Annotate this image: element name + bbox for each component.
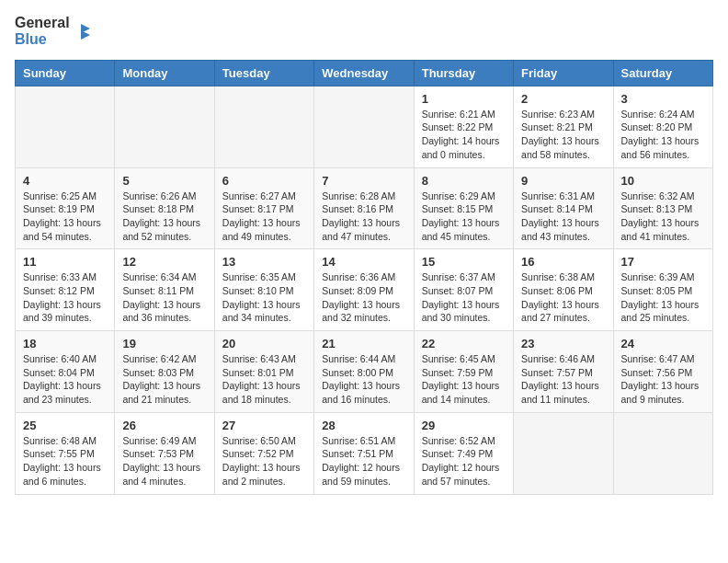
calendar-cell: 1Sunrise: 6:21 AM Sunset: 8:22 PM Daylig… xyxy=(414,86,513,167)
weekday-header: Thursday xyxy=(414,60,513,86)
calendar-week-row: 11Sunrise: 6:33 AM Sunset: 8:12 PM Dayli… xyxy=(16,249,713,331)
calendar-cell: 3Sunrise: 6:24 AM Sunset: 8:20 PM Daylig… xyxy=(613,86,712,167)
day-info: Sunrise: 6:35 AM Sunset: 8:10 PM Dayligh… xyxy=(222,270,306,325)
weekday-header: Sunday xyxy=(16,60,115,86)
calendar-cell: 28Sunrise: 6:51 AM Sunset: 7:51 PM Dayli… xyxy=(314,412,414,494)
day-info: Sunrise: 6:51 AM Sunset: 7:51 PM Dayligh… xyxy=(322,434,405,488)
day-number: 19 xyxy=(122,337,206,350)
day-info: Sunrise: 6:32 AM Sunset: 8:13 PM Dayligh… xyxy=(621,190,705,244)
day-number: 20 xyxy=(222,337,306,350)
day-info: Sunrise: 6:40 AM Sunset: 8:04 PM Dayligh… xyxy=(23,352,107,407)
calendar-cell xyxy=(115,86,214,167)
page-header: GeneralBlue xyxy=(15,15,713,49)
day-info: Sunrise: 6:25 AM Sunset: 8:19 PM Dayligh… xyxy=(23,190,107,244)
weekday-header: Tuesday xyxy=(214,60,313,86)
calendar-cell xyxy=(314,86,414,167)
day-number: 8 xyxy=(422,174,506,188)
day-number: 18 xyxy=(23,337,107,350)
day-number: 12 xyxy=(122,255,206,269)
day-info: Sunrise: 6:27 AM Sunset: 8:17 PM Dayligh… xyxy=(222,190,306,244)
day-number: 24 xyxy=(621,337,705,350)
day-info: Sunrise: 6:42 AM Sunset: 8:03 PM Dayligh… xyxy=(122,352,206,407)
calendar-cell xyxy=(16,86,115,167)
calendar-cell: 9Sunrise: 6:31 AM Sunset: 8:14 PM Daylig… xyxy=(514,167,613,249)
day-info: Sunrise: 6:21 AM Sunset: 8:22 PM Dayligh… xyxy=(422,108,506,162)
day-info: Sunrise: 6:52 AM Sunset: 7:49 PM Dayligh… xyxy=(422,434,506,488)
day-number: 7 xyxy=(322,174,405,188)
day-number: 10 xyxy=(621,174,705,188)
day-info: Sunrise: 6:43 AM Sunset: 8:01 PM Dayligh… xyxy=(222,352,306,407)
day-info: Sunrise: 6:34 AM Sunset: 8:11 PM Dayligh… xyxy=(122,270,206,325)
day-number: 15 xyxy=(422,255,506,269)
day-info: Sunrise: 6:45 AM Sunset: 7:59 PM Dayligh… xyxy=(422,352,506,407)
calendar-cell: 25Sunrise: 6:48 AM Sunset: 7:55 PM Dayli… xyxy=(16,412,115,494)
calendar-cell: 8Sunrise: 6:29 AM Sunset: 8:15 PM Daylig… xyxy=(414,167,513,249)
day-number: 4 xyxy=(23,174,107,188)
day-info: Sunrise: 6:47 AM Sunset: 7:56 PM Dayligh… xyxy=(621,352,705,407)
day-info: Sunrise: 6:49 AM Sunset: 7:53 PM Dayligh… xyxy=(122,434,206,488)
calendar-week-row: 18Sunrise: 6:40 AM Sunset: 8:04 PM Dayli… xyxy=(16,331,713,413)
day-info: Sunrise: 6:38 AM Sunset: 8:06 PM Dayligh… xyxy=(521,270,605,325)
calendar-header-row: SundayMondayTuesdayWednesdayThursdayFrid… xyxy=(16,60,713,86)
weekday-header: Saturday xyxy=(613,60,712,86)
calendar-cell: 6Sunrise: 6:27 AM Sunset: 8:17 PM Daylig… xyxy=(214,167,313,249)
day-number: 16 xyxy=(521,255,605,269)
day-info: Sunrise: 6:37 AM Sunset: 8:07 PM Dayligh… xyxy=(422,270,506,325)
day-info: Sunrise: 6:36 AM Sunset: 8:09 PM Dayligh… xyxy=(322,270,405,325)
calendar-cell xyxy=(613,412,712,494)
calendar-cell: 15Sunrise: 6:37 AM Sunset: 8:07 PM Dayli… xyxy=(414,249,513,331)
day-number: 14 xyxy=(322,255,405,269)
weekday-header: Friday xyxy=(514,60,613,86)
day-info: Sunrise: 6:31 AM Sunset: 8:14 PM Dayligh… xyxy=(521,190,605,244)
calendar-cell: 16Sunrise: 6:38 AM Sunset: 8:06 PM Dayli… xyxy=(514,249,613,331)
day-number: 11 xyxy=(23,255,107,269)
calendar-cell: 29Sunrise: 6:52 AM Sunset: 7:49 PM Dayli… xyxy=(414,412,513,494)
day-info: Sunrise: 6:48 AM Sunset: 7:55 PM Dayligh… xyxy=(23,434,107,488)
day-number: 29 xyxy=(422,419,506,432)
calendar-cell: 20Sunrise: 6:43 AM Sunset: 8:01 PM Dayli… xyxy=(214,331,313,413)
day-number: 9 xyxy=(521,174,605,188)
weekday-header: Wednesday xyxy=(314,60,414,86)
calendar-week-row: 25Sunrise: 6:48 AM Sunset: 7:55 PM Dayli… xyxy=(16,412,713,494)
logo-flag-icon xyxy=(72,22,90,40)
calendar-cell: 19Sunrise: 6:42 AM Sunset: 8:03 PM Dayli… xyxy=(115,331,214,413)
calendar-cell: 23Sunrise: 6:46 AM Sunset: 7:57 PM Dayli… xyxy=(514,331,613,413)
calendar-cell: 22Sunrise: 6:45 AM Sunset: 7:59 PM Dayli… xyxy=(414,331,513,413)
day-number: 1 xyxy=(422,92,506,106)
calendar-cell: 12Sunrise: 6:34 AM Sunset: 8:11 PM Dayli… xyxy=(115,249,214,331)
svg-marker-1 xyxy=(81,30,90,40)
calendar-cell: 13Sunrise: 6:35 AM Sunset: 8:10 PM Dayli… xyxy=(214,249,313,331)
calendar-cell: 14Sunrise: 6:36 AM Sunset: 8:09 PM Dayli… xyxy=(314,249,414,331)
logo-blue-text: Blue xyxy=(15,31,70,48)
calendar-cell: 26Sunrise: 6:49 AM Sunset: 7:53 PM Dayli… xyxy=(115,412,214,494)
calendar-week-row: 1Sunrise: 6:21 AM Sunset: 8:22 PM Daylig… xyxy=(16,86,713,167)
day-number: 2 xyxy=(521,92,605,106)
day-number: 27 xyxy=(222,419,306,432)
calendar-cell: 27Sunrise: 6:50 AM Sunset: 7:52 PM Dayli… xyxy=(214,412,313,494)
day-number: 25 xyxy=(23,419,107,432)
day-number: 17 xyxy=(621,255,705,269)
calendar-cell: 4Sunrise: 6:25 AM Sunset: 8:19 PM Daylig… xyxy=(16,167,115,249)
day-info: Sunrise: 6:29 AM Sunset: 8:15 PM Dayligh… xyxy=(422,190,506,244)
day-info: Sunrise: 6:23 AM Sunset: 8:21 PM Dayligh… xyxy=(521,108,605,162)
day-info: Sunrise: 6:26 AM Sunset: 8:18 PM Dayligh… xyxy=(122,190,206,244)
calendar-cell: 2Sunrise: 6:23 AM Sunset: 8:21 PM Daylig… xyxy=(514,86,613,167)
day-info: Sunrise: 6:33 AM Sunset: 8:12 PM Dayligh… xyxy=(23,270,107,325)
day-info: Sunrise: 6:24 AM Sunset: 8:20 PM Dayligh… xyxy=(621,108,705,162)
logo-general-text: General xyxy=(15,15,70,31)
calendar-cell: 17Sunrise: 6:39 AM Sunset: 8:05 PM Dayli… xyxy=(613,249,712,331)
day-number: 23 xyxy=(521,337,605,350)
day-number: 13 xyxy=(222,255,306,269)
day-number: 6 xyxy=(222,174,306,188)
calendar-cell: 7Sunrise: 6:28 AM Sunset: 8:16 PM Daylig… xyxy=(314,167,414,249)
day-info: Sunrise: 6:28 AM Sunset: 8:16 PM Dayligh… xyxy=(322,190,405,244)
calendar-cell xyxy=(514,412,613,494)
calendar-cell xyxy=(214,86,313,167)
day-number: 28 xyxy=(322,419,405,432)
day-number: 22 xyxy=(422,337,506,350)
calendar-cell: 11Sunrise: 6:33 AM Sunset: 8:12 PM Dayli… xyxy=(16,249,115,331)
logo: GeneralBlue xyxy=(15,15,90,49)
day-info: Sunrise: 6:44 AM Sunset: 8:00 PM Dayligh… xyxy=(322,352,405,407)
day-info: Sunrise: 6:46 AM Sunset: 7:57 PM Dayligh… xyxy=(521,352,605,407)
day-number: 21 xyxy=(322,337,405,350)
